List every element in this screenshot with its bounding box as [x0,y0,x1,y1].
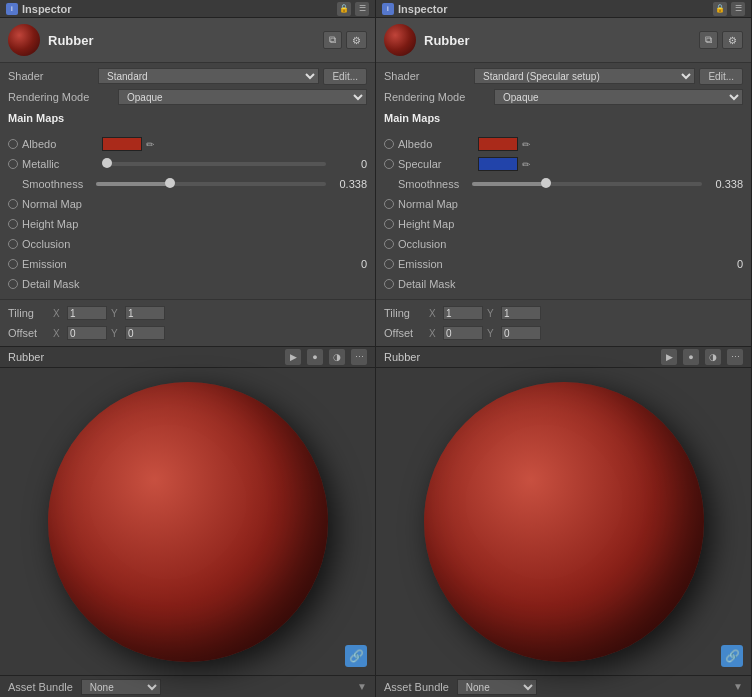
edit-btn-right[interactable]: Edit... [699,68,743,85]
tiling-x-axis-left: X [53,308,63,319]
eyedropper-albedo-left[interactable]: ✏ [146,139,154,150]
settings-btn-left[interactable]: ⚙ [346,31,367,49]
divider-left [0,299,375,300]
offset-x-axis-right: X [429,328,439,339]
sphere-btn-right[interactable]: ● [683,349,699,365]
map-label-occlusion-right: Occlusion [398,238,478,250]
map-circle-emission-left [8,259,18,269]
offset-y-axis-left: Y [111,328,121,339]
rendering-dropdown-right[interactable]: Opaque [494,89,743,105]
offset-y-input-left[interactable] [125,326,165,340]
shader-label-left: Shader [8,70,98,82]
lock-btn-left[interactable]: 🔒 [337,2,351,16]
smoothness-value-left: 0.338 [332,178,367,190]
sphere-btn-left[interactable]: ● [307,349,323,365]
map-circle-specular-right [384,159,394,169]
map-row-occlusion-right: Occlusion [384,235,743,253]
asset-footer-left: Asset Bundle None ▼ [0,675,375,697]
map-label-albedo-right: Albedo [398,138,478,150]
asset-bundle-dropdown-left[interactable]: None [81,679,161,695]
menu-btn-left[interactable]: ☰ [355,2,369,16]
inspector-title-right: Inspector [398,3,448,15]
smoothness-slider-thumb-right[interactable] [541,178,551,188]
shader-label-right: Shader [384,70,474,82]
map-label-normal-right: Normal Map [398,198,478,210]
header-icons-right: 🔒 ☰ [713,2,745,16]
tiling-x-input-right[interactable] [443,306,483,320]
map-label-smoothness-right: Smoothness [398,178,472,190]
map-circle-metallic-left [8,159,18,169]
preview-area-right: 🔗 [376,368,751,675]
map-row-smoothness-left: Smoothness 0.338 [8,175,367,193]
shader-row-left: Shader Standard Edit... [8,67,367,85]
preview-title-right: Rubber [384,351,655,363]
map-row-height-right: Height Map [384,215,743,233]
settings-btn-right[interactable]: ⚙ [722,31,743,49]
smoothness-slider-fill-right [472,182,550,186]
maps-area-left: Albedo ✏ Metallic 0 Smoothness [0,133,375,297]
play-btn-right[interactable]: ▶ [661,349,677,365]
map-row-detail-left: Detail Mask [8,275,367,293]
metallic-slider-track-left[interactable] [102,162,326,166]
asset-bundle-label-left: Asset Bundle [8,681,73,693]
map-row-albedo-right: Albedo ✏ [384,135,743,153]
tiling-xy-left: X Y [53,306,165,320]
offset-label-right: Offset [384,327,429,339]
offset-row-left: Offset X Y [8,324,367,342]
albedo-swatch-right[interactable] [478,137,518,151]
lock-btn-right[interactable]: 🔒 [713,2,727,16]
inspector-content-right: Rubber ⧉ ⚙ Shader Standard (Specular set… [376,18,751,697]
eyedropper-specular-right[interactable]: ✏ [522,159,530,170]
copy-btn-left[interactable]: ⧉ [323,31,342,49]
tiling-y-axis-left: Y [111,308,121,319]
menu-btn-right[interactable]: ☰ [731,2,745,16]
specular-swatch-right[interactable] [478,157,518,171]
header-icons-left: 🔒 ☰ [337,2,369,16]
map-row-emission-left: Emission 0 [8,255,367,273]
metallic-slider-thumb-left[interactable] [102,158,112,168]
main-maps-title-right: Main Maps [384,110,743,126]
offset-x-input-left[interactable] [67,326,107,340]
inspector-content-left: Rubber ⧉ ⚙ Shader Standard Edit... Rende… [0,18,375,697]
tiling-row-right: Tiling X Y [384,304,743,322]
tiling-xy-right: X Y [429,306,541,320]
offset-xy-right: X Y [429,326,541,340]
map-label-smoothness-left: Smoothness [22,178,96,190]
rendering-label-left: Rendering Mode [8,91,118,103]
material-header-right-right: ⧉ ⚙ [699,31,743,49]
eyedropper-albedo-right[interactable]: ✏ [522,139,530,150]
tiling-y-input-right[interactable] [501,306,541,320]
shader-dropdown-right[interactable]: Standard (Specular setup) [474,68,695,84]
tiling-y-input-left[interactable] [125,306,165,320]
shader-row-right: Shader Standard (Specular setup) Edit... [384,67,743,85]
tiling-x-input-left[interactable] [67,306,107,320]
smoothness-slider-track-right[interactable] [472,182,702,186]
offset-x-axis-left: X [53,328,63,339]
left-panel: i Inspector 🔒 ☰ Rubber ⧉ ⚙ Shader Standa… [0,0,376,697]
preview-area-left: 🔗 [0,368,375,675]
light-btn-left[interactable]: ◑ [329,349,345,365]
smoothness-slider-track-left[interactable] [96,182,326,186]
map-label-height-right: Height Map [398,218,478,230]
preview-badge-right[interactable]: 🔗 [721,645,743,667]
asset-bundle-dropdown-right[interactable]: None [457,679,537,695]
shader-dropdown-left[interactable]: Standard [98,68,319,84]
preview-badge-left[interactable]: 🔗 [345,645,367,667]
material-header-left: Rubber ⧉ ⚙ [0,18,375,63]
dots-btn-left[interactable]: ⋯ [351,349,367,365]
offset-x-input-right[interactable] [443,326,483,340]
map-circle-occlusion-left [8,239,18,249]
light-btn-right[interactable]: ◑ [705,349,721,365]
smoothness-slider-thumb-left[interactable] [165,178,175,188]
offset-y-input-right[interactable] [501,326,541,340]
dots-btn-right[interactable]: ⋯ [727,349,743,365]
map-label-emission-right: Emission [398,258,478,270]
map-row-normal-left: Normal Map [8,195,367,213]
copy-btn-right[interactable]: ⧉ [699,31,718,49]
edit-btn-left[interactable]: Edit... [323,68,367,85]
play-btn-left[interactable]: ▶ [285,349,301,365]
rendering-dropdown-left[interactable]: Opaque [118,89,367,105]
albedo-swatch-left[interactable] [102,137,142,151]
map-circle-detail-right [384,279,394,289]
asset-arrow-left: ▼ [357,681,367,692]
